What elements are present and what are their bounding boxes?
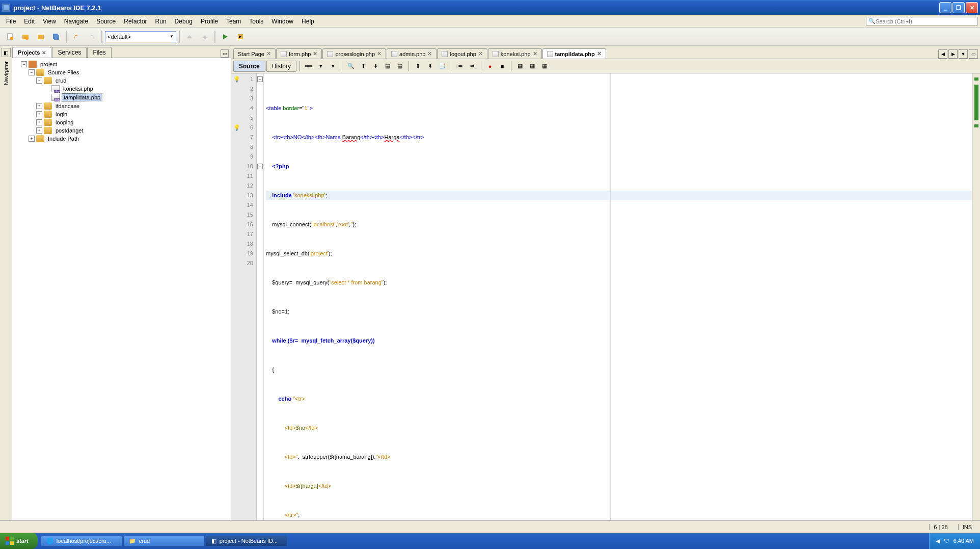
fold-toggle[interactable]: −: [257, 164, 263, 169]
tree-toggle[interactable]: +: [36, 119, 42, 125]
project-tree[interactable]: −project −Source Files −crud phpkoneksi.…: [12, 58, 231, 520]
menu-refactor[interactable]: Refactor: [120, 17, 151, 26]
tab-koneksi-php[interactable]: koneksi.php✕: [488, 48, 542, 59]
toggle-bookmark2-button[interactable]: 📑: [437, 61, 448, 72]
debug-button[interactable]: ▸: [233, 30, 248, 44]
menu-run[interactable]: Run: [151, 17, 171, 26]
minimize-button[interactable]: _: [939, 2, 951, 13]
tree-folder-looping[interactable]: looping: [54, 119, 75, 126]
tray-icon[interactable]: 🛡: [944, 538, 949, 544]
search-input[interactable]: [876, 18, 975, 24]
close-button[interactable]: ✕: [966, 2, 978, 13]
fold-toggle[interactable]: −: [257, 76, 263, 82]
panel-tab-projects[interactable]: Projects✕: [12, 47, 51, 58]
tray-icon[interactable]: ◀: [936, 538, 940, 544]
close-icon[interactable]: ✕: [313, 50, 317, 57]
tree-toggle[interactable]: −: [29, 69, 35, 75]
editor-nav-back-button[interactable]: ⟸: [303, 61, 314, 72]
panel-minimize-button[interactable]: ▭: [221, 49, 229, 58]
quick-search[interactable]: 🔍: [866, 17, 978, 25]
toggle-highlight-button[interactable]: ▤: [382, 61, 393, 72]
menu-view[interactable]: View: [39, 17, 60, 26]
tab-prev-button[interactable]: ◀: [938, 49, 947, 59]
edge-collapse-button[interactable]: ◧: [2, 48, 11, 57]
task-item-chrome[interactable]: 🌐localhost/project/cru...: [41, 536, 122, 546]
tree-file-koneksi[interactable]: koneksi.php: [62, 85, 95, 92]
find-next-button[interactable]: ⬇: [370, 61, 381, 72]
clock[interactable]: 6:40 AM: [954, 538, 974, 544]
tree-file-tampildata[interactable]: tampildata.php: [62, 93, 102, 101]
tree-folder-login[interactable]: login: [54, 111, 69, 118]
menu-file[interactable]: File: [2, 17, 20, 26]
find-button[interactable]: 🔍: [345, 61, 357, 72]
menu-window[interactable]: Window: [267, 17, 297, 26]
tree-folder-ifdancase[interactable]: ifdancase: [54, 102, 81, 110]
close-icon[interactable]: ✕: [427, 50, 432, 57]
tree-toggle[interactable]: +: [29, 136, 35, 142]
menu-edit[interactable]: Edit: [20, 17, 39, 26]
tree-project[interactable]: project: [39, 61, 59, 68]
navigator-tab[interactable]: Navigator: [3, 59, 9, 87]
tab-logout-php[interactable]: logout.php✕: [437, 48, 487, 59]
tab-tampildata-php[interactable]: tampildata.php✕: [542, 48, 606, 59]
toggle-bookmark-button[interactable]: ▤: [394, 61, 405, 72]
shift-left-button[interactable]: ⬅: [454, 61, 466, 72]
tab-admin-php[interactable]: admin.php✕: [387, 48, 437, 59]
redo-button[interactable]: [85, 30, 99, 44]
close-icon[interactable]: ✕: [533, 50, 537, 57]
next-bookmark-button[interactable]: ⬇: [424, 61, 435, 72]
shift-right-button[interactable]: ➡: [467, 61, 478, 72]
editor-nav-fwd-button[interactable]: ▾: [315, 61, 326, 72]
format-button[interactable]: ▦: [539, 61, 550, 72]
menu-navigate[interactable]: Navigate: [60, 17, 92, 26]
comment-button[interactable]: ▦: [514, 61, 526, 72]
tab-proseslogin-php[interactable]: proseslogin.php✕: [322, 48, 386, 59]
code-content[interactable]: <table border="1"> <tr><th>NO</th><th>Na…: [264, 73, 972, 520]
close-icon[interactable]: ✕: [42, 50, 46, 56]
menu-tools[interactable]: Tools: [245, 17, 267, 26]
save-all-button[interactable]: [49, 30, 63, 44]
system-tray[interactable]: ◀ 🛡 6:40 AM: [929, 533, 980, 549]
tree-include-path[interactable]: Include Path: [46, 135, 80, 142]
find-prev-button[interactable]: ⬆: [358, 61, 369, 72]
tab-maximize-button[interactable]: ▭: [969, 49, 978, 59]
panel-tab-services[interactable]: Services: [52, 47, 87, 58]
tree-toggle[interactable]: −: [21, 61, 27, 67]
tree-folder-postdanget[interactable]: postdanget: [54, 127, 85, 134]
tab-list-button[interactable]: ▼: [959, 49, 968, 59]
hint-icon[interactable]: 💡: [233, 123, 240, 133]
close-icon[interactable]: ✕: [478, 50, 483, 57]
undo-button[interactable]: [69, 30, 84, 44]
build-button[interactable]: [182, 30, 197, 44]
history-tab[interactable]: History: [266, 61, 296, 72]
menu-profile[interactable]: Profile: [197, 17, 222, 26]
menu-debug[interactable]: Debug: [171, 17, 197, 26]
panel-tab-files[interactable]: Files: [87, 47, 111, 58]
close-icon[interactable]: ✕: [597, 50, 602, 57]
tree-toggle[interactable]: +: [36, 103, 42, 109]
macro-stop-button[interactable]: ■: [497, 61, 508, 72]
tree-toggle[interactable]: +: [36, 127, 42, 134]
tab-start-page[interactable]: Start Page✕: [233, 48, 276, 59]
tree-toggle[interactable]: −: [36, 77, 42, 84]
prev-bookmark-button[interactable]: ⬆: [412, 61, 423, 72]
run-button[interactable]: [218, 30, 232, 44]
config-dropdown[interactable]: <default> ▼: [105, 31, 176, 42]
new-file-button[interactable]: [3, 30, 17, 44]
tab-form-php[interactable]: form.php✕: [276, 48, 322, 59]
close-icon[interactable]: ✕: [377, 50, 382, 57]
tree-folder-crud[interactable]: crud: [54, 77, 68, 84]
menu-source[interactable]: Source: [92, 17, 120, 26]
task-item-crud[interactable]: 📁crud: [123, 536, 205, 546]
start-button[interactable]: start: [0, 533, 38, 549]
error-stripe[interactable]: [972, 73, 980, 520]
code-editor[interactable]: 💡1 2345 💡6 78910 11121314 15161718 1920 …: [231, 73, 980, 520]
menu-team[interactable]: Team: [222, 17, 245, 26]
tree-toggle[interactable]: +: [36, 111, 42, 117]
clean-build-button[interactable]: [198, 30, 212, 44]
insert-mode[interactable]: INS: [958, 524, 976, 530]
source-tab[interactable]: Source: [233, 61, 265, 72]
open-project-button[interactable]: [34, 30, 48, 44]
uncomment-button[interactable]: ▦: [527, 61, 538, 72]
maximize-button[interactable]: ❐: [952, 2, 965, 13]
